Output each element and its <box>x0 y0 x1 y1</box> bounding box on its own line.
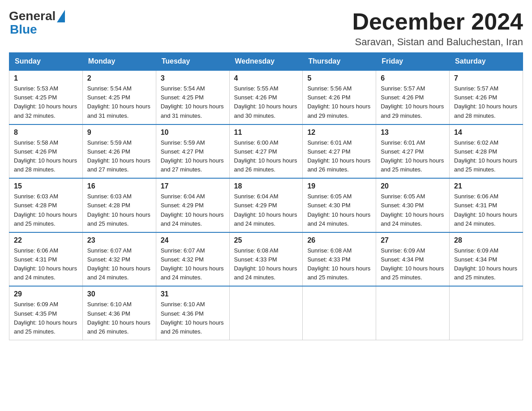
table-row: 29 Sunrise: 6:09 AMSunset: 4:35 PMDaylig… <box>9 286 83 340</box>
day-number: 3 <box>161 74 225 82</box>
day-info: Sunrise: 5:54 AMSunset: 4:25 PMDaylight:… <box>87 85 150 119</box>
day-info: Sunrise: 5:56 AMSunset: 4:26 PMDaylight:… <box>307 85 370 119</box>
table-row: 20 Sunrise: 6:05 AMSunset: 4:30 PMDaylig… <box>376 178 450 232</box>
table-row: 18 Sunrise: 6:04 AMSunset: 4:29 PMDaylig… <box>229 178 303 232</box>
month-title: December 2024 <box>352 9 523 34</box>
day-number: 7 <box>454 74 518 82</box>
day-info: Sunrise: 6:06 AMSunset: 4:31 PMDaylight:… <box>14 247 77 281</box>
table-row: 19 Sunrise: 6:05 AMSunset: 4:30 PMDaylig… <box>303 178 376 232</box>
day-info: Sunrise: 6:05 AMSunset: 4:30 PMDaylight:… <box>381 193 444 227</box>
day-number: 19 <box>307 182 371 190</box>
col-sunday: Sunday <box>9 53 83 71</box>
day-info: Sunrise: 6:04 AMSunset: 4:29 PMDaylight:… <box>234 193 297 227</box>
day-number: 4 <box>234 74 298 82</box>
day-number: 13 <box>381 128 445 137</box>
table-row <box>303 286 376 340</box>
table-row: 15 Sunrise: 6:03 AMSunset: 4:28 PMDaylig… <box>9 178 83 232</box>
day-number: 15 <box>14 182 78 190</box>
table-row: 12 Sunrise: 6:01 AMSunset: 4:27 PMDaylig… <box>303 124 376 179</box>
col-monday: Monday <box>82 53 156 71</box>
day-number: 27 <box>381 236 445 244</box>
day-info: Sunrise: 6:08 AMSunset: 4:33 PMDaylight:… <box>307 247 370 281</box>
day-info: Sunrise: 5:54 AMSunset: 4:25 PMDaylight:… <box>161 85 224 119</box>
table-row: 26 Sunrise: 6:08 AMSunset: 4:33 PMDaylig… <box>303 232 376 287</box>
col-wednesday: Wednesday <box>229 53 303 71</box>
day-number: 26 <box>307 236 371 244</box>
calendar-week-row: 15 Sunrise: 6:03 AMSunset: 4:28 PMDaylig… <box>9 178 523 232</box>
day-number: 20 <box>381 182 445 190</box>
table-row: 27 Sunrise: 6:09 AMSunset: 4:34 PMDaylig… <box>376 232 450 287</box>
day-number: 8 <box>14 128 78 137</box>
table-row: 6 Sunrise: 5:57 AMSunset: 4:26 PMDayligh… <box>376 70 450 124</box>
calendar-header-row: Sunday Monday Tuesday Wednesday Thursday… <box>9 53 523 71</box>
day-number: 25 <box>234 236 298 244</box>
table-row: 3 Sunrise: 5:54 AMSunset: 4:25 PMDayligh… <box>156 70 229 124</box>
day-number: 6 <box>381 74 445 82</box>
location-title: Saravan, Sistan and Baluchestan, Iran <box>352 36 523 48</box>
table-row <box>450 286 523 340</box>
table-row: 22 Sunrise: 6:06 AMSunset: 4:31 PMDaylig… <box>9 232 83 287</box>
table-row: 9 Sunrise: 5:59 AMSunset: 4:26 PMDayligh… <box>82 124 156 179</box>
table-row: 7 Sunrise: 5:57 AMSunset: 4:26 PMDayligh… <box>450 70 523 124</box>
table-row: 4 Sunrise: 5:55 AMSunset: 4:26 PMDayligh… <box>229 70 303 124</box>
day-number: 17 <box>161 182 225 190</box>
day-number: 31 <box>161 290 225 298</box>
day-number: 11 <box>234 128 298 137</box>
day-info: Sunrise: 6:09 AMSunset: 4:34 PMDaylight:… <box>454 247 517 281</box>
table-row: 1 Sunrise: 5:53 AMSunset: 4:25 PMDayligh… <box>9 70 83 124</box>
calendar-week-row: 1 Sunrise: 5:53 AMSunset: 4:25 PMDayligh… <box>9 70 523 124</box>
day-info: Sunrise: 5:53 AMSunset: 4:25 PMDaylight:… <box>14 85 77 119</box>
logo: General Blue <box>9 9 65 36</box>
table-row: 5 Sunrise: 5:56 AMSunset: 4:26 PMDayligh… <box>303 70 376 124</box>
day-info: Sunrise: 6:07 AMSunset: 4:32 PMDaylight:… <box>87 247 150 281</box>
day-info: Sunrise: 6:04 AMSunset: 4:29 PMDaylight:… <box>161 193 224 227</box>
calendar-week-row: 29 Sunrise: 6:09 AMSunset: 4:35 PMDaylig… <box>9 286 523 340</box>
day-info: Sunrise: 6:08 AMSunset: 4:33 PMDaylight:… <box>234 247 297 281</box>
day-info: Sunrise: 5:57 AMSunset: 4:26 PMDaylight:… <box>381 85 444 119</box>
day-info: Sunrise: 6:09 AMSunset: 4:34 PMDaylight:… <box>381 247 444 281</box>
day-number: 21 <box>454 182 518 190</box>
day-number: 2 <box>87 74 151 82</box>
calendar-week-row: 22 Sunrise: 6:06 AMSunset: 4:31 PMDaylig… <box>9 232 523 287</box>
col-tuesday: Tuesday <box>156 53 229 71</box>
title-block: December 2024 Saravan, Sistan and Baluch… <box>352 9 523 48</box>
table-row: 14 Sunrise: 6:02 AMSunset: 4:28 PMDaylig… <box>450 124 523 179</box>
day-number: 29 <box>14 290 78 298</box>
day-number: 16 <box>87 182 151 190</box>
table-row: 23 Sunrise: 6:07 AMSunset: 4:32 PMDaylig… <box>82 232 156 287</box>
day-number: 10 <box>161 128 225 137</box>
logo-blue-text: Blue <box>10 23 37 36</box>
col-thursday: Thursday <box>303 53 376 71</box>
day-number: 14 <box>454 128 518 137</box>
day-info: Sunrise: 6:03 AMSunset: 4:28 PMDaylight:… <box>14 193 77 227</box>
day-number: 30 <box>87 290 151 298</box>
day-number: 28 <box>454 236 518 244</box>
table-row: 30 Sunrise: 6:10 AMSunset: 4:36 PMDaylig… <box>82 286 156 340</box>
table-row: 17 Sunrise: 6:04 AMSunset: 4:29 PMDaylig… <box>156 178 229 232</box>
day-number: 9 <box>87 128 151 137</box>
day-info: Sunrise: 6:07 AMSunset: 4:32 PMDaylight:… <box>161 247 224 281</box>
table-row: 21 Sunrise: 6:06 AMSunset: 4:31 PMDaylig… <box>450 178 523 232</box>
day-info: Sunrise: 6:01 AMSunset: 4:27 PMDaylight:… <box>307 139 370 173</box>
table-row: 10 Sunrise: 5:59 AMSunset: 4:27 PMDaylig… <box>156 124 229 179</box>
logo-triangle-icon <box>57 10 65 22</box>
table-row: 11 Sunrise: 6:00 AMSunset: 4:27 PMDaylig… <box>229 124 303 179</box>
table-row <box>229 286 303 340</box>
table-row: 28 Sunrise: 6:09 AMSunset: 4:34 PMDaylig… <box>450 232 523 287</box>
day-info: Sunrise: 5:58 AMSunset: 4:26 PMDaylight:… <box>14 139 77 173</box>
day-info: Sunrise: 6:10 AMSunset: 4:36 PMDaylight:… <box>161 301 224 334</box>
page-header: General Blue December 2024 Saravan, Sist… <box>9 9 523 48</box>
day-info: Sunrise: 6:03 AMSunset: 4:28 PMDaylight:… <box>87 193 150 227</box>
table-row: 25 Sunrise: 6:08 AMSunset: 4:33 PMDaylig… <box>229 232 303 287</box>
col-saturday: Saturday <box>450 53 523 71</box>
day-number: 23 <box>87 236 151 244</box>
col-friday: Friday <box>376 53 450 71</box>
calendar-week-row: 8 Sunrise: 5:58 AMSunset: 4:26 PMDayligh… <box>9 124 523 179</box>
day-info: Sunrise: 6:10 AMSunset: 4:36 PMDaylight:… <box>87 301 150 334</box>
day-info: Sunrise: 6:09 AMSunset: 4:35 PMDaylight:… <box>14 301 77 334</box>
day-info: Sunrise: 5:55 AMSunset: 4:26 PMDaylight:… <box>234 85 297 119</box>
day-info: Sunrise: 6:00 AMSunset: 4:27 PMDaylight:… <box>234 139 297 173</box>
table-row: 16 Sunrise: 6:03 AMSunset: 4:28 PMDaylig… <box>82 178 156 232</box>
day-info: Sunrise: 6:01 AMSunset: 4:27 PMDaylight:… <box>381 139 444 173</box>
day-info: Sunrise: 6:06 AMSunset: 4:31 PMDaylight:… <box>454 193 517 227</box>
